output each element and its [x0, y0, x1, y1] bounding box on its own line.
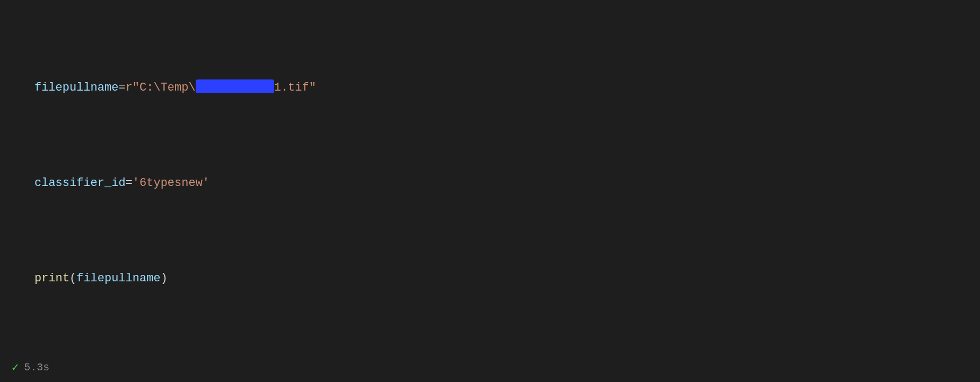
variable: filepullname	[76, 272, 160, 285]
code-line[interactable]: classifier_id='6typesnew'	[34, 174, 980, 193]
string-literal: "C:\Temp\	[133, 81, 196, 94]
paren: (	[69, 272, 76, 285]
string-literal: 1.tif"	[274, 81, 316, 94]
string-literal: '6typesnew'	[133, 176, 209, 190]
variable: classifier_id	[34, 176, 126, 190]
success-check-icon: ✓	[12, 360, 19, 375]
paren: )	[161, 272, 168, 285]
redaction	[196, 79, 274, 93]
execution-time: 5.3s	[24, 361, 49, 374]
string-prefix: r	[126, 81, 133, 94]
code-line[interactable]: filepullname=r"C:\Temp\1.tif"	[34, 78, 980, 97]
variable: filepullname	[34, 81, 118, 94]
code-line[interactable]: print(filepullname)	[34, 269, 980, 288]
code-line-blank[interactable]	[34, 365, 980, 382]
operator: =	[126, 176, 133, 190]
code-editor[interactable]: filepullname=r"C:\Temp\1.tif" classifier…	[0, 0, 980, 382]
operator: =	[118, 81, 125, 94]
cell-status: ✓ 5.3s	[12, 360, 49, 375]
function-call: print	[34, 272, 69, 285]
